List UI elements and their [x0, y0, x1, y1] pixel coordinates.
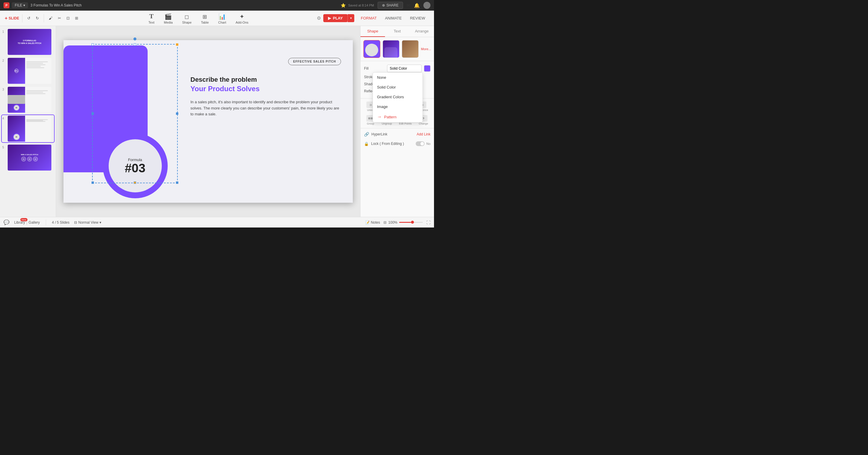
fill-type-select[interactable]: Solid Color None Gradient Colors Image P…: [387, 65, 422, 72]
fullscreen-button[interactable]: ⛶: [426, 220, 430, 225]
divider: [44, 14, 44, 23]
right-panel: Shape Text Arrange More...: [360, 26, 434, 217]
play-button[interactable]: ▶ PLAY: [323, 14, 347, 22]
fill-color-swatch[interactable]: [424, 65, 430, 72]
play-dropdown-button[interactable]: ▾: [347, 14, 354, 22]
media-tool[interactable]: 🎬 Media: [164, 13, 173, 24]
slide-thumb-4[interactable]: 4 03: [2, 115, 54, 142]
slide-thumb-1[interactable]: 1 3 FORMULASTO WIN A SALES PITCH: [2, 28, 54, 56]
format-painter-button[interactable]: 🖌: [47, 15, 54, 22]
panel-divider-bottom: [361, 128, 434, 128]
play-button-group: ▶ PLAY ▾: [323, 14, 354, 22]
animate-tab[interactable]: ANIMATE: [381, 14, 406, 22]
addons-icon: ✦: [240, 13, 244, 20]
format-tab-group: FORMAT ANIMATE REVIEW: [356, 14, 429, 22]
bookmark-icon[interactable]: ⭐: [341, 3, 346, 8]
lock-label: Lock ( From Editing ): [371, 142, 404, 146]
paste-button[interactable]: ⊞: [73, 15, 80, 22]
formula-number: #03: [125, 162, 145, 174]
link-icon: 🔗: [364, 132, 369, 137]
cut-button[interactable]: ✂: [56, 15, 63, 22]
slide-number: 2: [2, 59, 6, 62]
slide-preview-2: 01: [8, 58, 51, 84]
gallery-button[interactable]: Gallery: [29, 220, 40, 225]
notes-icon: 📝: [365, 220, 370, 225]
add-link-button[interactable]: Add Link: [416, 132, 430, 136]
resize-handle-topright[interactable]: [176, 43, 178, 46]
table-icon: ⊞: [203, 13, 207, 20]
file-menu-button[interactable]: FILE ▾: [12, 2, 28, 8]
chart-tool[interactable]: 📊 Chart: [218, 13, 226, 24]
tab-text[interactable]: Text: [385, 26, 409, 37]
toolbar: + SLIDE ↺ ↻ 🖌 ✂ ⊡ ⊞ T Text 🎬 Media ◻ Sha…: [0, 11, 434, 26]
panel-tabs: Shape Text Arrange: [361, 26, 434, 37]
fill-dropdown-menu: None Solid Color Gradient Colors Image →…: [373, 72, 423, 123]
slide-number: 5: [2, 146, 6, 149]
zoom-slider[interactable]: [399, 222, 423, 223]
fill-option-none[interactable]: None: [373, 73, 423, 82]
shape-thumb-wood[interactable]: [402, 40, 418, 58]
outer-ring: Formula #03: [103, 133, 168, 198]
format-tab[interactable]: FORMAT: [356, 14, 381, 22]
lock-toggle-group: No: [416, 141, 430, 146]
slide-preview-4: 03: [8, 116, 51, 142]
table-tool[interactable]: ⊞ Table: [201, 13, 209, 24]
slides-panel: 1 3 FORMULASTO WIN A SALES PITCH 2 01: [0, 26, 56, 217]
chat-icon[interactable]: 💬: [4, 220, 9, 225]
view-selector[interactable]: ⊟ Normal View ▾: [74, 220, 101, 225]
lock-toggle[interactable]: [416, 141, 425, 146]
fill-option-image[interactable]: Image: [373, 102, 423, 111]
new-badge: New: [20, 218, 27, 221]
slide-preview-1: 3 FORMULASTO WIN A SALES PITCH: [8, 29, 51, 55]
undo-button[interactable]: ↺: [25, 15, 32, 22]
more-shapes-link[interactable]: More...: [421, 47, 431, 51]
notes-button[interactable]: 📝 Notes: [365, 220, 380, 225]
copy-button[interactable]: ⊡: [65, 15, 71, 22]
top-right-actions: Saved at 8:14 PM ⊕ SHARE ✉ 🔔: [348, 2, 430, 9]
fill-option-gradient[interactable]: Gradient Colors: [373, 92, 423, 102]
fill-option-pattern[interactable]: → Pattern: [373, 111, 423, 122]
addons-tool[interactable]: ✦ Add-Ons: [236, 13, 248, 24]
resize-handle-midright[interactable]: [176, 112, 178, 115]
lock-row: 🔒 Lock ( From Editing ) No: [361, 139, 434, 149]
slide-right-content: EFFECTIVE SALES PITCH Describe the probl…: [190, 58, 341, 118]
divider: [46, 220, 46, 225]
arrow-icon: →: [377, 114, 382, 120]
toolbar-center: T Text 🎬 Media ◻ Shape ⊞ Table 📊 Chart ✦…: [82, 12, 315, 24]
shape-thumb-gradient[interactable]: [383, 40, 399, 58]
rotate-handle[interactable]: [133, 37, 136, 40]
tab-shape[interactable]: Shape: [361, 26, 385, 37]
hyperlink-label: HyperLink: [371, 132, 388, 136]
slide-heading: Describe the problem: [190, 75, 341, 84]
slide-content: Formula #03: [63, 40, 353, 203]
slide-counter: 4 / 5 Slides: [52, 220, 69, 225]
divider: [22, 14, 23, 23]
share-button[interactable]: ⊕ SHARE: [378, 2, 403, 9]
shape-thumb-purple[interactable]: [364, 40, 380, 58]
slide-canvas: Formula #03: [63, 40, 353, 203]
add-slide-button[interactable]: + SLIDE: [5, 15, 19, 21]
library-button[interactable]: Library New: [14, 220, 25, 225]
slide-preview-5: WIN A SALES PITCH 01 02 03: [8, 144, 51, 170]
library-gallery: Library New | Gallery: [14, 220, 40, 225]
tab-arrange[interactable]: Arrange: [409, 26, 434, 37]
inner-circle: Formula #03: [108, 139, 162, 192]
slide-preview-3: 02: [8, 87, 51, 113]
badge: EFFECTIVE SALES PITCH: [288, 58, 341, 65]
review-tab[interactable]: REVIEW: [406, 14, 429, 22]
slide-thumb-2[interactable]: 2 01: [2, 57, 54, 85]
settings-button[interactable]: ⚙: [317, 15, 321, 21]
fill-option-solid[interactable]: Solid Color: [373, 82, 423, 92]
redo-button[interactable]: ↻: [34, 15, 41, 22]
top-bar: P FILE ▾ 3 Formulas To Win A Sales Pitch…: [0, 0, 434, 11]
shape-tool[interactable]: ◻ Shape: [182, 13, 192, 24]
slide-thumb-5[interactable]: 5 WIN A SALES PITCH 01 02 03: [2, 144, 54, 171]
zoom-control: ⊟ 100%: [383, 220, 423, 225]
canvas-area[interactable]: Formula #03: [56, 26, 360, 217]
slide-thumb-3[interactable]: 3 02: [2, 86, 54, 113]
avatar[interactable]: [423, 2, 430, 9]
shape-icon: ◻: [185, 13, 189, 20]
toolbar-right: ⚙ ▶ PLAY ▾ FORMAT ANIMATE REVIEW: [317, 14, 429, 22]
bottom-bar: 💬 Library New | Gallery 4 / 5 Slides ⊟ N…: [0, 217, 434, 228]
text-tool[interactable]: T Text: [149, 12, 154, 24]
